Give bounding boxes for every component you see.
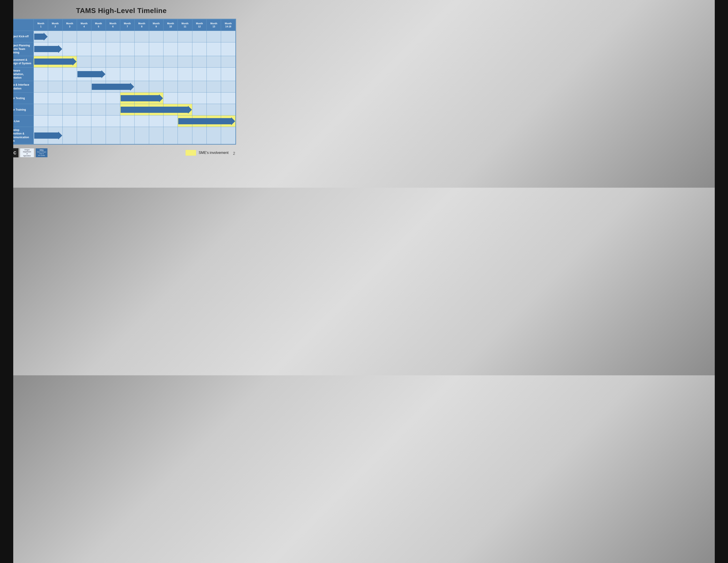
gantt-cell — [149, 127, 163, 144]
gantt-cell — [91, 42, 106, 56]
task-name-cell: Go -Live — [7, 115, 34, 127]
gantt-cell — [149, 104, 163, 115]
gantt-cell — [48, 42, 62, 56]
gantt-cell — [178, 42, 192, 56]
gantt-cell — [120, 81, 135, 92]
table-row: Project Planning & Core Team Training — [7, 42, 236, 56]
gantt-cell — [163, 56, 178, 67]
gantt-cell — [91, 115, 106, 127]
gantt-cell — [135, 104, 149, 115]
gantt-cell — [163, 42, 178, 56]
gantt-cell — [106, 42, 120, 56]
gantt-cell — [91, 127, 106, 144]
gantt-cell — [77, 92, 91, 104]
gantt-cell — [34, 42, 48, 56]
task-name-cell: Project Kick-off — [7, 31, 34, 42]
gantt-cell — [178, 104, 192, 115]
gantt-cell — [77, 67, 91, 81]
month-1-header: Month1 — [34, 19, 48, 31]
month-9-header: Month9 — [149, 19, 163, 31]
gantt-cell — [207, 127, 221, 144]
gantt-cell — [106, 92, 120, 104]
task-name-cell: Data & Interface validation — [7, 81, 34, 92]
gantt-cell — [207, 42, 221, 56]
gantt-cell — [120, 42, 135, 56]
gantt-cell — [77, 42, 91, 56]
gantt-cell — [163, 92, 178, 104]
table-row: Assessment & Design of System — [7, 56, 236, 67]
gantt-cell — [34, 115, 48, 127]
gantt-cell — [178, 31, 192, 42]
arrow-head — [44, 33, 48, 41]
gantt-cell — [77, 115, 91, 127]
gantt-cell — [34, 104, 48, 115]
jjc-logo: JJC — [8, 148, 19, 157]
gantt-cell — [106, 127, 120, 144]
gantt-cell — [221, 56, 236, 67]
gantt-cell — [163, 104, 178, 115]
gantt-cell — [178, 115, 192, 127]
table-row: Data & Interface validation — [7, 81, 236, 92]
gantt-cell — [91, 92, 106, 104]
gantt-cell — [163, 31, 178, 42]
table-row: Software Installation, Validation — [7, 67, 236, 81]
gantt-cell — [135, 56, 149, 67]
gantt-cell — [163, 127, 178, 144]
task-name-cell: Develop Transition & Communication Plan — [7, 127, 34, 144]
svg-rect-0 — [8, 148, 18, 157]
gantt-cell — [221, 104, 236, 115]
gantt-cell — [149, 81, 163, 92]
gantt-cell — [163, 67, 178, 81]
gantt-cell — [120, 31, 135, 42]
gantt-cell — [221, 81, 236, 92]
gantt-chart: Month1 Month2 Month3 Month4 Month5 Month… — [7, 19, 236, 145]
gantt-cell — [77, 56, 91, 67]
gantt-cell — [106, 67, 120, 81]
gantt-cell — [192, 81, 206, 92]
table-row: User Testing — [7, 92, 236, 104]
month-4-header: Month4 — [77, 19, 91, 31]
task-name-cell: User Testing — [7, 92, 34, 104]
gantt-cell — [48, 81, 62, 92]
gantt-cell — [34, 127, 48, 144]
gantt-cell — [135, 92, 149, 104]
gantt-cell — [48, 104, 62, 115]
gantt-cell — [149, 67, 163, 81]
gantt-cell — [221, 92, 236, 104]
gantt-cell — [207, 31, 221, 42]
gantt-cell — [48, 56, 62, 67]
oregon-logo: OregonDepartmentofAgriculture — [20, 148, 34, 157]
gantt-cell — [178, 92, 192, 104]
gantt-cell — [221, 42, 236, 56]
page-number: 2 — [233, 151, 235, 156]
legend-sme-box — [185, 150, 196, 156]
gantt-cell — [120, 115, 135, 127]
month-8-header: Month8 — [135, 19, 149, 31]
gantt-cell — [192, 92, 206, 104]
legend-area: SME's involvement 2 — [185, 150, 235, 156]
task-name-cell: User Training — [7, 104, 34, 115]
gantt-cell — [48, 127, 62, 144]
gantt-cell — [192, 67, 206, 81]
gantt-cell — [120, 104, 135, 115]
gantt-cell — [120, 56, 135, 67]
gantt-cell — [135, 81, 149, 92]
task-name-cell: Assessment & Design of System — [7, 56, 34, 67]
gantt-cell — [207, 56, 221, 67]
month-12-header: Month12 — [192, 19, 206, 31]
gantt-cell — [48, 115, 62, 127]
gantt-cell — [77, 104, 91, 115]
page-title: TAMS High-Level Timeline — [76, 7, 167, 15]
gantt-cell — [149, 115, 163, 127]
month-14-18-header: Month14-18 — [221, 19, 236, 31]
gantt-cell — [192, 56, 206, 67]
gantt-cell — [207, 81, 221, 92]
gantt-cell — [163, 81, 178, 92]
gantt-cell — [221, 67, 236, 81]
gantt-cell — [34, 67, 48, 81]
gantt-cell — [192, 127, 206, 144]
gantt-cell — [149, 31, 163, 42]
gantt-cell — [48, 67, 62, 81]
gantt-cell — [91, 104, 106, 115]
gantt-cell — [135, 31, 149, 42]
